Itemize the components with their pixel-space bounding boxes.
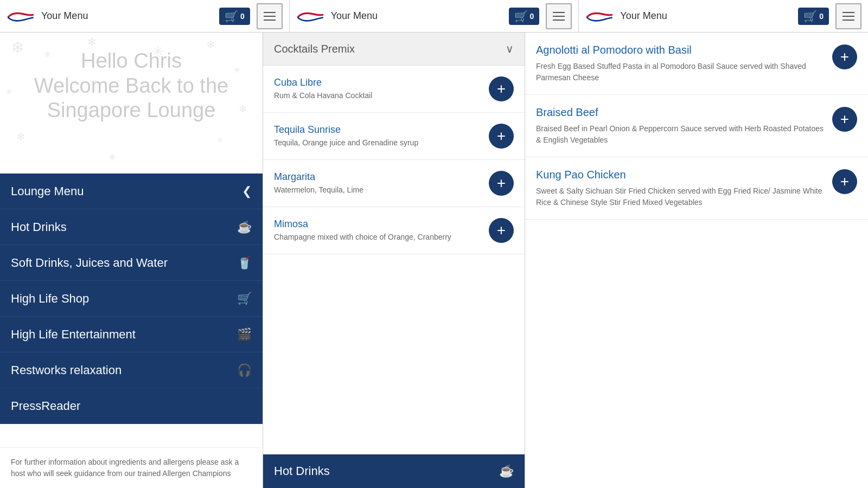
sidebar-item-high-life-shop[interactable]: High Life Shop 🛒 xyxy=(0,281,263,317)
pressreader-label: PressReader xyxy=(11,399,80,413)
cocktails-title: Cocktails Premix xyxy=(274,43,355,55)
hot-drinks-label: Hot Drinks xyxy=(11,220,67,234)
cart-3[interactable]: 🛒 0 xyxy=(798,8,829,25)
sidebar-item-lounge-menu[interactable]: Lounge Menu ❮ xyxy=(0,174,263,209)
main-content: ❄ ✳ ❄ ✳ ❄ ✳ ✳ ❄ ❄ ✳ ❄ Hello Chris Welcom… xyxy=(0,33,868,488)
add-cuba-libre-button[interactable]: + xyxy=(489,76,514,101)
entertainment-icon: 🎬 xyxy=(237,328,252,342)
hot-drinks-bottom-bar[interactable]: Hot Drinks ☕ xyxy=(263,454,525,488)
entertainment-label: High Life Entertainment xyxy=(11,328,136,342)
mimosa-desc: Champagne mixed with choice of Orange, C… xyxy=(274,232,482,243)
agnolotti-name: Agnolotti al Pomodoro with Basil xyxy=(536,43,826,56)
agnolotti-info: Agnolotti al Pomodoro with Basil Fresh E… xyxy=(536,43,826,84)
snowflake: ❄ xyxy=(108,152,116,162)
hline xyxy=(264,12,276,13)
welcome-text: Hello Chris Welcome Back to the Singapor… xyxy=(11,49,252,123)
headphones-icon: 🎧 xyxy=(237,363,252,377)
welcome-subtext: Welcome Back to the Singapore Lounge xyxy=(34,74,228,122)
list-item: Braised Beef Braised Beef in Pearl Onion… xyxy=(525,95,868,157)
back-arrow-icon: ❮ xyxy=(242,184,252,198)
nav-title-3: Your Menu xyxy=(620,10,792,22)
cart-count-1: 0 xyxy=(240,12,245,21)
snowflake: ❄ xyxy=(16,130,25,143)
nav-title-1: Your Menu xyxy=(41,10,213,22)
add-braised-beef-button[interactable]: + xyxy=(832,107,857,132)
snowflake: ❄ xyxy=(87,35,97,49)
list-item: Tequila Sunrise Tequila, Orange juice an… xyxy=(263,113,525,160)
tequila-sunrise-name: Tequila Sunrise xyxy=(274,124,482,136)
add-agnolotti-button[interactable]: + xyxy=(832,44,857,69)
topbar-3: Your Menu 🛒 0 xyxy=(579,0,868,32)
shop-icon: 🛒 xyxy=(237,292,252,306)
snowflake: ✳ xyxy=(217,136,224,144)
food-panel: Agnolotti al Pomodoro with Basil Fresh E… xyxy=(525,33,868,488)
hamburger-1[interactable] xyxy=(257,3,283,29)
hline xyxy=(843,20,854,21)
hline xyxy=(264,16,276,17)
hline xyxy=(553,12,565,13)
cuba-libre-desc: Rum & Cola Havana Cocktail xyxy=(274,91,482,101)
sidebar-item-restworks[interactable]: Restworks relaxation 🎧 xyxy=(0,352,263,388)
hamburger-3[interactable] xyxy=(835,3,861,29)
list-item: Agnolotti al Pomodoro with Basil Fresh E… xyxy=(525,33,868,95)
tequila-sunrise-desc: Tequila, Orange juice and Grenadine syru… xyxy=(274,138,482,149)
restworks-label: Restworks relaxation xyxy=(11,363,122,377)
list-item: Mimosa Champagne mixed with choice of Or… xyxy=(263,207,525,254)
mimosa-name: Mimosa xyxy=(274,219,482,230)
nav-title-2: Your Menu xyxy=(331,10,502,22)
cart-icon-1: 🛒 xyxy=(225,10,238,23)
list-item: Margarita Watermelon, Tequila, Lime + xyxy=(263,160,525,207)
hline xyxy=(553,16,565,17)
kung-pao-info: Kung Pao Chicken Sweet & Salty Sichuan S… xyxy=(536,168,826,208)
top-navigation: Your Menu 🛒 0 Your Menu 🛒 0 xyxy=(0,0,868,33)
list-item: Kung Pao Chicken Sweet & Salty Sichuan S… xyxy=(525,157,868,220)
hline xyxy=(843,16,854,17)
hot-drinks-bar-icon: ☕ xyxy=(499,464,514,478)
cart-count-2: 0 xyxy=(530,12,534,21)
cocktails-list: Cuba Libre Rum & Cola Havana Cocktail + … xyxy=(263,66,525,454)
sidebar-item-pressreader[interactable]: PressReader xyxy=(0,388,263,424)
navigation-menu: Lounge Menu ❮ Hot Drinks ☕ Soft Drinks, … xyxy=(0,174,263,447)
disclaimer-text: For further information about ingredient… xyxy=(0,447,263,488)
cocktails-section-header[interactable]: Cocktails Premix ∨ xyxy=(263,33,525,66)
kung-pao-desc: Sweet & Salty Sichuan Stir Fried Chicken… xyxy=(536,185,826,208)
logo-2 xyxy=(296,7,324,26)
cart-1[interactable]: 🛒 0 xyxy=(219,8,250,25)
add-margarita-button[interactable]: + xyxy=(489,171,514,196)
hot-drinks-icon: ☕ xyxy=(237,220,252,234)
list-item: Cuba Libre Rum & Cola Havana Cocktail + xyxy=(263,66,525,113)
chevron-down-icon: ∨ xyxy=(506,42,514,55)
add-kung-pao-button[interactable]: + xyxy=(832,169,857,194)
tequila-sunrise-info: Tequila Sunrise Tequila, Orange juice an… xyxy=(274,124,482,149)
cuba-libre-info: Cuba Libre Rum & Cola Havana Cocktail xyxy=(274,77,482,101)
cart-count-3: 0 xyxy=(819,12,824,21)
logo-3 xyxy=(585,7,614,26)
cart-icon-2: 🛒 xyxy=(514,10,528,23)
soft-drinks-icon: 🥤 xyxy=(237,256,252,270)
lounge-menu-label: Lounge Menu xyxy=(11,184,84,198)
hot-drinks-bar-label: Hot Drinks xyxy=(274,464,330,478)
hline xyxy=(264,20,276,21)
cart-2[interactable]: 🛒 0 xyxy=(509,8,540,25)
sidebar-item-hot-drinks[interactable]: Hot Drinks ☕ xyxy=(0,209,263,245)
welcome-area: ❄ ✳ ❄ ✳ ❄ ✳ ✳ ❄ ❄ ✳ ❄ Hello Chris Welcom… xyxy=(0,33,263,174)
braised-beef-name: Braised Beef xyxy=(536,106,826,119)
hline xyxy=(843,12,854,13)
sidebar-item-soft-drinks[interactable]: Soft Drinks, Juices and Water 🥤 xyxy=(0,245,263,281)
margarita-desc: Watermelon, Tequila, Lime xyxy=(274,185,482,196)
logo-1 xyxy=(7,7,35,26)
left-panel: ❄ ✳ ❄ ✳ ❄ ✳ ✳ ❄ ❄ ✳ ❄ Hello Chris Welcom… xyxy=(0,33,263,488)
topbar-2: Your Menu 🛒 0 xyxy=(290,0,579,32)
cocktails-panel: Cocktails Premix ∨ Cuba Libre Rum & Cola… xyxy=(263,33,525,488)
sidebar-item-high-life-entertainment[interactable]: High Life Entertainment 🎬 xyxy=(0,317,263,352)
soft-drinks-label: Soft Drinks, Juices and Water xyxy=(11,256,168,270)
hamburger-2[interactable] xyxy=(546,3,572,29)
margarita-name: Margarita xyxy=(274,171,482,183)
disclaimer-content: For further information about ingredient… xyxy=(11,458,239,478)
add-tequila-sunrise-button[interactable]: + xyxy=(489,124,514,149)
agnolotti-desc: Fresh Egg Based Stuffed Pasta in al Pomo… xyxy=(536,61,826,84)
cart-icon-3: 🛒 xyxy=(803,10,817,23)
cuba-libre-name: Cuba Libre xyxy=(274,77,482,88)
add-mimosa-button[interactable]: + xyxy=(489,218,514,243)
mimosa-info: Mimosa Champagne mixed with choice of Or… xyxy=(274,219,482,243)
